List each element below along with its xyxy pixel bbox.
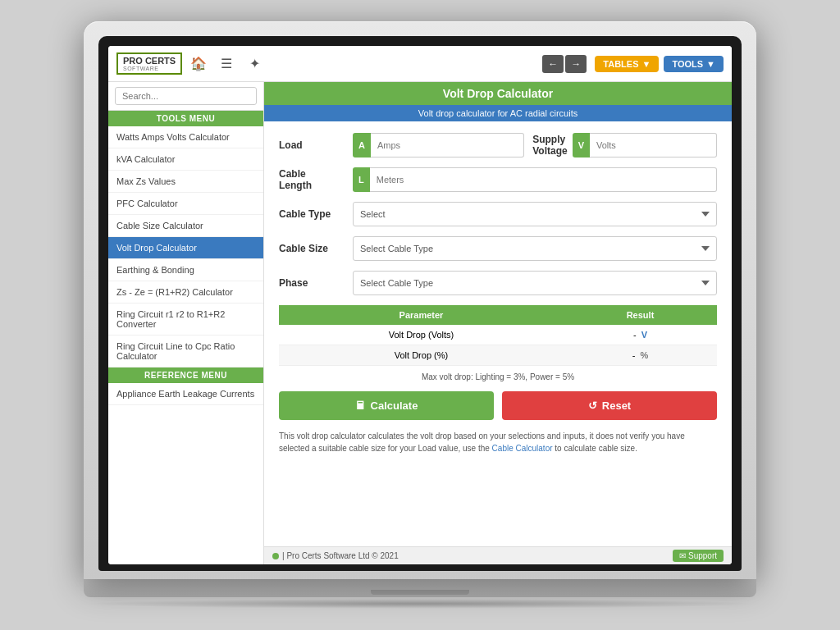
sidebar-item-ring1[interactable]: Ring Circuit r1 r2 to R1+R2 Converter xyxy=(108,304,263,336)
search-input[interactable] xyxy=(115,87,257,105)
row2-param: Volt Drop (%) xyxy=(279,345,564,366)
load-input-group: A xyxy=(353,133,524,158)
sidebar-item-ring2[interactable]: Ring Circuit Line to Cpc Ratio Calculato… xyxy=(108,336,263,368)
cable-type-select[interactable]: Select xyxy=(353,202,717,226)
supply-input-group: V xyxy=(573,133,717,158)
disclaimer-text: This volt drop calculator calculates the… xyxy=(279,430,717,454)
tables-button[interactable]: TABLES ▼ xyxy=(595,56,659,72)
status-text: | Pro Certs Software Ltd © 2021 xyxy=(282,551,399,560)
cable-length-row: CableLength L xyxy=(279,167,717,192)
nav-arrows: ← → xyxy=(542,55,587,73)
sidebar-item-cablesize[interactable]: Cable Size Calculator xyxy=(108,215,263,237)
status-left: | Pro Certs Software Ltd © 2021 xyxy=(272,551,399,560)
load-supply-row: Load A SupplyVoltage V xyxy=(279,133,717,158)
header-nav-icons: 🏠 ☰ ✦ xyxy=(189,54,264,74)
app-screen: PRO CERTS SOFTWARE 🏠 ☰ ✦ ← → xyxy=(108,46,732,564)
reset-button[interactable]: ↺ Reset xyxy=(502,391,717,420)
cable-size-label: Cable Size xyxy=(279,243,345,254)
forward-button[interactable]: → xyxy=(565,55,587,73)
calc-area: Load A SupplyVoltage V xyxy=(264,121,732,546)
sidebar-item-pfc[interactable]: PFC Calculator xyxy=(108,193,263,215)
load-input[interactable] xyxy=(371,133,524,158)
row1-unit: V xyxy=(641,330,647,340)
reference-menu-header: REFERENCE MENU xyxy=(108,368,263,383)
cable-type-label: Cable Type xyxy=(279,208,345,220)
status-indicator xyxy=(272,553,279,559)
action-buttons: 🖩 Calculate ↺ Reset xyxy=(279,391,717,420)
sidebar: TOOLS MENU Watts Amps Volts Calculator k… xyxy=(108,82,264,564)
cable-calculator-link[interactable]: Cable Calculator xyxy=(492,444,553,453)
app-header: PRO CERTS SOFTWARE 🏠 ☰ ✦ ← → xyxy=(108,46,732,82)
cable-length-input[interactable] xyxy=(370,167,717,192)
sidebar-item-watts[interactable]: Watts Amps Volts Calculator xyxy=(108,126,263,148)
max-volt-note: Max volt drop: Lighting = 3%, Power = 5% xyxy=(279,372,717,381)
logo-main: PRO CERTS xyxy=(123,56,176,66)
laptop-notch xyxy=(371,590,469,595)
supply-group: SupplyVoltage V xyxy=(532,133,717,158)
logo: PRO CERTS SOFTWARE xyxy=(116,52,182,75)
supply-input[interactable] xyxy=(590,133,717,158)
row2-unit: % xyxy=(640,350,648,360)
screen-bezel: PRO CERTS SOFTWARE 🏠 ☰ ✦ ← → xyxy=(98,36,742,571)
cable-size-row: Cable Size Select Cable Type xyxy=(279,236,717,261)
sidebar-item-appliance[interactable]: Appliance Earth Leakage Currents xyxy=(108,383,263,405)
supply-prefix: V xyxy=(573,133,590,158)
back-button[interactable]: ← xyxy=(542,55,564,73)
status-bar: | Pro Certs Software Ltd © 2021 ✉ Suppor… xyxy=(264,546,732,564)
tools-button[interactable]: TOOLS ▼ xyxy=(664,56,724,72)
menu-icon[interactable]: ☰ xyxy=(217,54,236,74)
cable-length-prefix: L xyxy=(353,167,370,192)
table-header-parameter: Parameter xyxy=(279,305,564,325)
sidebar-item-kva[interactable]: kVA Calculator xyxy=(108,148,263,171)
home-icon[interactable]: 🏠 xyxy=(189,54,208,74)
resize-icon[interactable]: ✦ xyxy=(244,54,264,74)
results-table: Parameter Result Volt Drop (Volts) - xyxy=(279,305,717,366)
cable-length-input-group: L xyxy=(353,167,717,192)
logo-sub: SOFTWARE xyxy=(123,66,176,71)
load-label: Load xyxy=(279,139,345,151)
sub-title: Volt drop calculator for AC radial circu… xyxy=(264,105,732,121)
page-title: Volt Drop Calculator xyxy=(264,82,732,105)
laptop-bottom xyxy=(84,579,756,597)
laptop-shadow xyxy=(84,599,756,609)
cable-size-select[interactable]: Select Cable Type xyxy=(353,236,717,261)
sidebar-item-earthing[interactable]: Earthing & Bonding xyxy=(108,259,263,281)
phase-select[interactable]: Select Cable Type xyxy=(353,271,717,295)
table-row: Volt Drop (Volts) - V xyxy=(279,325,717,345)
header-right-buttons: TABLES ▼ TOOLS ▼ xyxy=(595,56,724,72)
sidebar-item-voltdrop[interactable]: Volt Drop Calculator xyxy=(108,237,263,259)
row1-result: - V xyxy=(564,325,717,345)
cable-length-label: CableLength xyxy=(279,168,345,191)
sidebar-item-maxzs[interactable]: Max Zs Values xyxy=(108,171,263,193)
row2-result: - % xyxy=(564,345,717,366)
table-header-result: Result xyxy=(564,305,717,325)
search-box xyxy=(108,82,263,111)
sidebar-item-zs[interactable]: Zs - Ze = (R1+R2) Calculator xyxy=(108,281,263,304)
laptop-shell: PRO CERTS SOFTWARE 🏠 ☰ ✦ ← → xyxy=(84,21,756,579)
table-row: Volt Drop (%) - % xyxy=(279,345,717,366)
phase-label: Phase xyxy=(279,277,345,289)
phase-row: Phase Select Cable Type xyxy=(279,271,717,295)
main-content: Volt Drop Calculator Volt drop calculato… xyxy=(264,82,732,564)
load-prefix: A xyxy=(353,133,371,158)
cable-type-row: Cable Type Select xyxy=(279,202,717,226)
app-body: TOOLS MENU Watts Amps Volts Calculator k… xyxy=(108,82,732,564)
supply-label: SupplyVoltage xyxy=(532,134,567,158)
row1-param: Volt Drop (Volts) xyxy=(279,325,564,345)
calculate-button[interactable]: 🖩 Calculate xyxy=(279,391,494,420)
support-button[interactable]: ✉ Support xyxy=(673,550,724,562)
tools-menu-header: TOOLS MENU xyxy=(108,111,263,126)
